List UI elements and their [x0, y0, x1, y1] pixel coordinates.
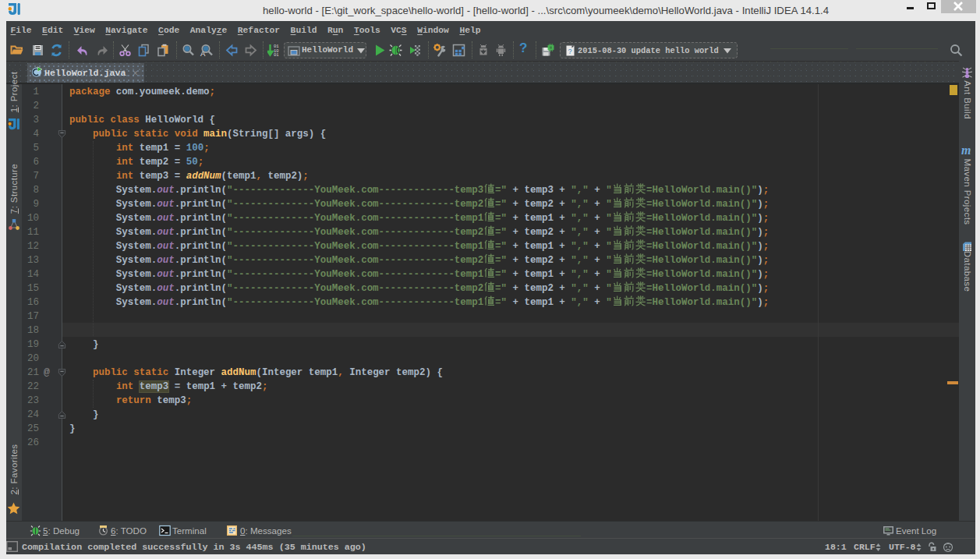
- svg-text:01: 01: [274, 52, 279, 57]
- svg-text:?: ?: [568, 48, 572, 56]
- svg-text:A: A: [200, 49, 206, 58]
